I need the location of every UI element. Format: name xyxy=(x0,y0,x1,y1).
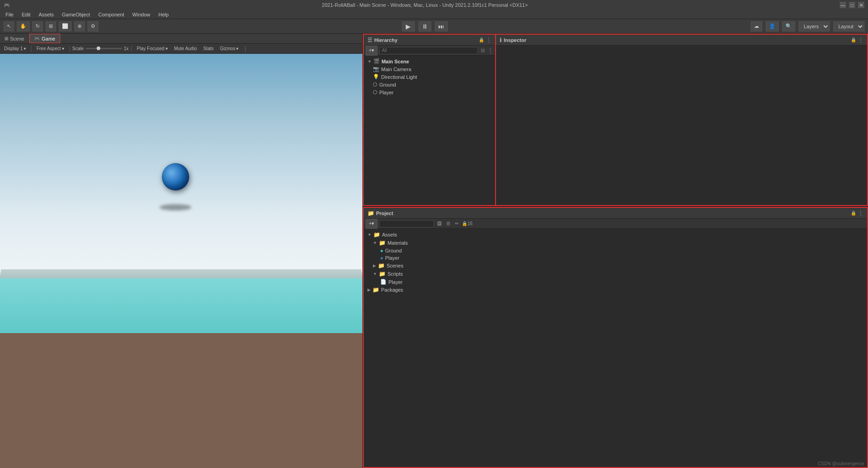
project-scenes-folder[interactable]: ▶ 📁 Scenes xyxy=(364,262,867,270)
play-focused-btn[interactable]: Play Focused ▾ xyxy=(134,46,170,51)
hierarchy-scene-item[interactable]: ▼ 🎬 Main Scene xyxy=(364,57,495,65)
gizmos-arrow: ▾ xyxy=(236,46,238,51)
mute-audio-btn[interactable]: Mute Audio xyxy=(172,46,199,51)
more-options-icon[interactable]: ⋮ xyxy=(243,46,248,52)
game-toolbar: Display 1 ▾ Free Aspect ▾ Scale 1x Play … xyxy=(0,44,362,54)
project-content: ▼ 📁 Assets ▼ 📁 Materials ● Ground ● xyxy=(364,229,867,467)
inspector-lock-icon[interactable]: 🔒 xyxy=(851,37,856,42)
ground-material-icon: ● xyxy=(380,248,383,253)
step-button[interactable]: ⏭ xyxy=(435,21,448,31)
project-edit-view[interactable]: ✏ xyxy=(454,221,460,226)
rect-tool-button[interactable]: ⬜ xyxy=(59,21,72,31)
menu-gameobject[interactable]: GameObject xyxy=(58,11,94,18)
materials-arrow: ▼ xyxy=(373,241,377,245)
play-focused-label: Play Focused xyxy=(137,46,165,51)
hierarchy-dirlight-item[interactable]: 💡 Directional Light xyxy=(364,73,495,81)
project-materials-folder[interactable]: ▼ 📁 Materials xyxy=(364,239,867,247)
menu-file[interactable]: File xyxy=(2,11,17,18)
assets-arrow: ▼ xyxy=(367,232,372,237)
project-list-view[interactable]: ☰ xyxy=(445,221,452,226)
hierarchy-toolbar-more[interactable]: ⋮ xyxy=(488,47,493,54)
project-assets-folder[interactable]: ▼ 📁 Assets xyxy=(364,231,867,239)
layers-dropdown[interactable]: Layers xyxy=(799,21,830,31)
aspect-label: Free Aspect xyxy=(36,46,61,51)
scene-icon: 🎬 xyxy=(373,58,380,64)
close-button[interactable]: ✕ xyxy=(858,2,864,8)
project-packages-folder[interactable]: ▶ 📁 Packages xyxy=(364,286,867,294)
project-icon-view[interactable]: 🖼 xyxy=(436,221,443,226)
project-more-icon[interactable]: ⋮ xyxy=(858,210,863,216)
scene-tab-icon: ⊞ xyxy=(5,36,8,41)
project-player-script[interactable]: 📄 Player xyxy=(364,278,867,286)
menu-edit[interactable]: Edit xyxy=(18,11,34,18)
rotate-tool-button[interactable]: ↻ xyxy=(32,21,43,31)
ground-plane xyxy=(0,269,362,468)
hierarchy-add-button[interactable]: +▾ xyxy=(366,46,377,56)
scenes-label: Scenes xyxy=(387,263,403,268)
menu-window[interactable]: Window xyxy=(129,11,154,18)
hierarchy-ground-item[interactable]: ⬡ Ground xyxy=(364,81,495,88)
account-button[interactable]: 👤 xyxy=(766,21,779,31)
menu-assets[interactable]: Assets xyxy=(35,11,57,18)
packages-arrow: ▶ xyxy=(367,288,371,292)
search-button[interactable]: 🔍 xyxy=(782,21,795,31)
hierarchy-lock-icon[interactable]: 🔒 xyxy=(479,37,484,42)
scale-label: Scale xyxy=(72,46,84,51)
inspector-more-icon[interactable]: ⋮ xyxy=(858,37,863,43)
tab-scene[interactable]: ⊞ Scene xyxy=(0,34,29,43)
hierarchy-maincamera-item[interactable]: 📷 Main Camera xyxy=(364,65,495,73)
player-sphere xyxy=(162,163,189,190)
hand-tool-button[interactable]: ✋ xyxy=(17,21,30,31)
scale-value: 1x xyxy=(124,46,129,51)
project-lock-icon[interactable]: 🔒 xyxy=(851,211,856,216)
scale-tool-button[interactable]: ⊞ xyxy=(46,21,56,31)
ground-cyan-surface xyxy=(0,278,362,333)
game-display-dropdown[interactable]: Display 1 ▾ xyxy=(2,46,28,51)
sphere-shadow xyxy=(160,204,191,211)
move-tool-button[interactable]: ↖ xyxy=(4,21,14,31)
project-ground-material[interactable]: ● Ground xyxy=(364,247,867,254)
tab-game[interactable]: 🎮 Game xyxy=(29,34,60,43)
stats-btn[interactable]: Stats xyxy=(201,46,216,51)
view-tool-button[interactable]: ⚙ xyxy=(88,21,98,31)
play-button[interactable]: ▶ xyxy=(402,21,415,31)
collab-button[interactable]: ☁ xyxy=(751,21,762,31)
play-focused-arrow: ▾ xyxy=(165,46,168,51)
inspector-icon: ℹ xyxy=(500,37,502,43)
transform-tool-button[interactable]: ⊕ xyxy=(74,21,85,31)
hierarchy-expand-icon[interactable]: ⊡ xyxy=(480,47,486,53)
scenes-folder-icon: 📁 xyxy=(378,262,385,269)
scenes-arrow: ▶ xyxy=(373,263,376,268)
scripts-label: Scripts xyxy=(388,271,403,277)
maximize-button[interactable]: □ xyxy=(849,2,855,8)
project-player-material[interactable]: ● Player xyxy=(364,254,867,262)
pause-button[interactable]: ⏸ xyxy=(418,21,431,31)
project-scripts-folder[interactable]: ▼ 📁 Scripts xyxy=(364,270,867,278)
hierarchy-search-input[interactable] xyxy=(379,47,478,54)
player-material-icon: ● xyxy=(380,255,383,261)
scale-slider-thumb xyxy=(97,46,100,50)
title-bar-controls: — □ ✕ xyxy=(840,2,864,8)
game-tab-icon: 🎮 xyxy=(34,36,40,41)
gizmos-btn[interactable]: Gizmos ▾ xyxy=(218,46,241,51)
scripts-folder-icon: 📁 xyxy=(379,271,386,277)
player-script-icon: 📄 xyxy=(380,279,387,285)
player-icon: ⬡ xyxy=(373,89,377,95)
project-search-input[interactable] xyxy=(379,220,434,227)
maincamera-icon: 📷 xyxy=(373,66,379,72)
inspector-content xyxy=(496,46,867,205)
scale-slider-track[interactable] xyxy=(86,48,122,49)
inspector-panel: ℹ Inspector 🔒 ⋮ xyxy=(495,34,868,206)
layout-dropdown[interactable]: Layout xyxy=(833,21,864,31)
menu-help[interactable]: Help xyxy=(155,11,172,18)
project-add-button[interactable]: +▾ xyxy=(366,219,377,229)
hierarchy-more-icon[interactable]: ⋮ xyxy=(486,37,491,43)
top-right: ☰ Hierarchy 🔒 ⋮ +▾ ⊡ ⋮ ▼ 🎬 Main S xyxy=(363,34,868,207)
viewport-panel: ⊞ Scene 🎮 Game Display 1 ▾ Free Aspect ▾… xyxy=(0,34,363,468)
minimize-button[interactable]: — xyxy=(840,2,846,8)
inspector-header: ℹ Inspector 🔒 ⋮ xyxy=(496,35,867,46)
hierarchy-header: ☰ Hierarchy 🔒 ⋮ xyxy=(364,35,495,46)
menu-component[interactable]: Component xyxy=(94,11,128,18)
aspect-dropdown[interactable]: Free Aspect ▾ xyxy=(34,46,66,51)
hierarchy-player-item[interactable]: ⬡ Player xyxy=(364,88,495,96)
